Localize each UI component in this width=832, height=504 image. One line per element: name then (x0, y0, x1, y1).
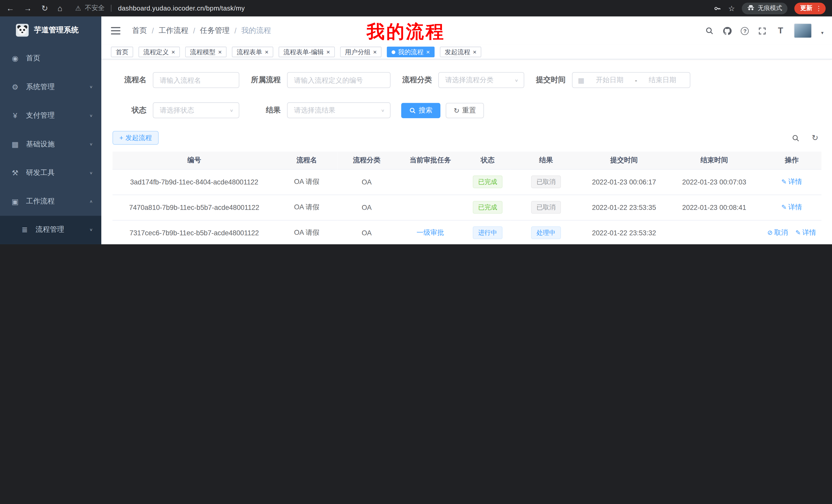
detail-link[interactable]: ✎详情 (796, 228, 816, 237)
end-date-placeholder[interactable]: 结束日期 (641, 75, 685, 85)
tab-close-icon[interactable]: × (373, 49, 377, 55)
row-actions: ⊘取消✎详情 (762, 228, 822, 237)
status-select-placeholder: 请选择状态 (160, 106, 194, 115)
row-actions: ✎详情 (762, 177, 822, 187)
github-icon[interactable] (723, 26, 732, 35)
bookmark-star-icon[interactable]: ☆ (728, 4, 735, 12)
active-tab-dot (392, 50, 395, 54)
sidebar-item-payment[interactable]: ¥支付管理∨ (0, 101, 101, 130)
app-frame: 芋道管理系统 ◉首页⚙系统管理∨¥支付管理∨▦基础设施∨⚒研发工具∨▣工作流程∧… (0, 17, 832, 244)
tab-close-icon[interactable]: × (326, 49, 330, 55)
detail-link[interactable]: ✎详情 (781, 202, 802, 212)
tab-close-icon[interactable]: × (473, 49, 476, 55)
tab-label: 我的流程 (398, 48, 423, 57)
tab-user-group[interactable]: 用户分组× (340, 47, 382, 57)
refresh-icon[interactable]: ↻ (811, 134, 819, 142)
breadcrumb-item[interactable]: 任务管理 (200, 26, 230, 35)
incognito-badge[interactable]: 无痕模式 (742, 2, 787, 14)
column-header: 状态 (465, 151, 510, 169)
filter-label-status: 状态 (116, 106, 153, 115)
annotation-overlay-text: 我的流程 (367, 20, 445, 44)
tab-close-icon[interactable]: × (265, 49, 268, 55)
plus-icon: + (119, 134, 123, 142)
filter-row-2: 状态 请选择状态 ∨ 结果 请选择流结果 ∨ (116, 102, 822, 118)
tab-process-model[interactable]: 流程模型× (185, 47, 227, 57)
sidebar-item-label: 研发工具 (26, 168, 89, 177)
row-actions: ✎详情 (762, 202, 822, 212)
category-select[interactable]: 请选择流程分类 ∨ (438, 72, 524, 88)
tab-close-icon[interactable]: × (218, 49, 222, 55)
breadcrumb-item[interactable]: 我的流程 (241, 26, 271, 35)
reset-button[interactable]: ↻ 重置 (446, 103, 484, 118)
help-icon[interactable]: ? (741, 27, 749, 35)
reload-icon[interactable]: ↻ (42, 3, 48, 13)
tab-home[interactable]: 首页 (111, 47, 133, 57)
font-size-icon[interactable]: T (776, 26, 785, 35)
sidebar-item-infra[interactable]: ▦基础设施∨ (0, 130, 101, 159)
sidebar-item-label: 首页 (26, 53, 93, 63)
browser-menu-icon[interactable]: ⋮ (815, 5, 822, 12)
search-icon[interactable] (705, 26, 714, 35)
tab-start-process[interactable]: 发起流程× (440, 47, 481, 57)
actions-cell: ✎详情 (762, 194, 822, 220)
tab-process-form[interactable]: 流程表单× (232, 47, 273, 57)
cancel-link[interactable]: ⊘取消 (767, 228, 788, 237)
process-definition-input[interactable] (287, 72, 391, 88)
tab-my-process[interactable]: 我的流程× (387, 47, 435, 57)
forward-icon[interactable]: → (24, 4, 32, 12)
avatar-caret-icon[interactable]: ▾ (821, 30, 824, 36)
category-cell: OA (338, 220, 396, 244)
sidebar-item-devtools[interactable]: ⚒研发工具∨ (0, 159, 101, 187)
chevron-down-icon: ∨ (89, 142, 93, 146)
breadcrumb-separator: / (234, 26, 237, 35)
start-process-button[interactable]: + 发起流程 (113, 131, 159, 145)
breadcrumb-item[interactable]: 工作流程 (159, 26, 188, 35)
url-text[interactable]: dashboard.yudao.iocoder.cn/bpm/task/my (118, 5, 245, 12)
chevron-down-icon: ∨ (89, 114, 93, 118)
status-select[interactable]: 请选择状态 ∨ (153, 102, 239, 118)
sidebar-item-label: 流程管理 (35, 225, 89, 234)
process-name-input[interactable] (153, 72, 239, 88)
approval-task-link[interactable]: 一级审批 (417, 228, 444, 236)
tab-close-icon[interactable]: × (426, 49, 430, 55)
update-button[interactable]: 更新 ⋮ (795, 2, 826, 14)
tab-process-definition[interactable]: 流程定义× (138, 47, 180, 57)
breadcrumb: 首页/工作流程/任务管理/我的流程 (132, 26, 271, 35)
address-bar[interactable]: ⚠ 不安全 dashboard.yudao.iocoder.cn/bpm/tas… (75, 4, 714, 12)
detail-link[interactable]: ✎详情 (781, 177, 802, 187)
breadcrumb-item[interactable]: 首页 (132, 26, 147, 35)
sidebar-item-task-mgmt[interactable]: ⊞任务管理∧ (0, 243, 101, 244)
filter-item-process: 所属流程 (250, 72, 391, 88)
start-date-placeholder[interactable]: 开始日期 (588, 75, 632, 85)
sidebar-item-process-mgmt[interactable]: ≣流程管理∨ (0, 216, 101, 243)
app-logo[interactable]: 芋道管理系统 (0, 17, 101, 44)
sidebar-item-home[interactable]: ◉首页 (0, 44, 101, 73)
search-toggle-icon[interactable] (791, 134, 800, 142)
result-select[interactable]: 请选择流结果 ∨ (287, 102, 391, 118)
security-label[interactable]: 不安全 (85, 4, 105, 12)
search-button-label: 搜索 (419, 106, 433, 115)
filter-label-name: 流程名 (116, 75, 153, 85)
back-icon[interactable]: ← (6, 4, 15, 12)
fullscreen-icon[interactable] (758, 26, 767, 35)
submit-time-range-picker[interactable]: ▦ 开始日期 - 结束日期 (572, 72, 690, 88)
approval-task-cell: 一级审批 (396, 220, 465, 244)
sidebar-toggle-icon[interactable] (111, 27, 120, 34)
category-cell: OA (338, 194, 396, 220)
process-id-cell: 7470a810-7b9b-11ec-b5b7-acde48001122 (113, 194, 276, 220)
sidebar-item-workflow[interactable]: ▣工作流程∧ (0, 187, 101, 216)
submit-time-cell: 2022-01-23 00:06:17 (581, 169, 667, 194)
start-process-button-label: 发起流程 (126, 133, 152, 142)
search-button[interactable]: 搜索 (401, 103, 440, 118)
sidebar-item-system[interactable]: ⚙系统管理∨ (0, 73, 101, 101)
tab-close-icon[interactable]: × (172, 49, 175, 55)
approval-task-cell (396, 169, 465, 194)
browser-nav: ← → ↻ ⌂ (6, 3, 62, 13)
tab-process-form-edit[interactable]: 流程表单-编辑× (279, 47, 335, 57)
tab-label: 用户分组 (345, 48, 370, 57)
password-key-icon[interactable] (714, 5, 722, 12)
home-icon[interactable]: ⌂ (58, 4, 62, 12)
column-header: 结束时间 (667, 151, 762, 169)
user-avatar[interactable] (794, 23, 812, 38)
table-row: 7470a810-7b9b-11ec-b5b7-acde48001122OA 请… (113, 194, 822, 220)
